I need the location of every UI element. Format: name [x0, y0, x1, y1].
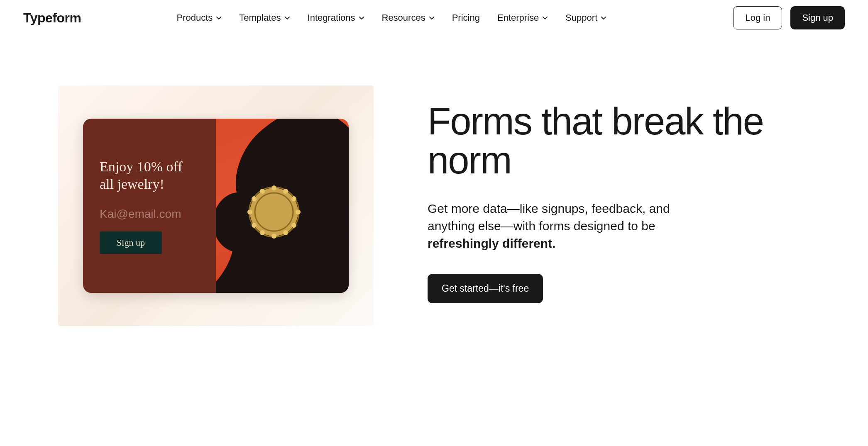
hero-illustration: Enjoy 10% off all jewelry! Kai@email.com…	[58, 85, 374, 326]
nav-label: Resources	[382, 12, 425, 23]
svg-point-9	[271, 234, 276, 239]
hero-section: Enjoy 10% off all jewelry! Kai@email.com…	[0, 36, 868, 326]
svg-point-11	[252, 223, 257, 228]
example-card-title: Enjoy 10% off all jewelry!	[100, 158, 199, 193]
hero-subtitle-bold: refreshingly different.	[428, 236, 555, 250]
svg-point-0	[250, 188, 298, 236]
nav-label: Enterprise	[497, 12, 539, 23]
example-email-placeholder: Kai@email.com	[100, 207, 199, 221]
hero-copy: Forms that break the norm Get more data—…	[428, 85, 810, 303]
nav-label: Support	[565, 12, 597, 23]
nav-label: Integrations	[308, 12, 355, 23]
example-card-left: Enjoy 10% off all jewelry! Kai@email.com…	[83, 119, 216, 293]
auth-buttons: Log in Sign up	[733, 6, 845, 29]
nav-templates[interactable]: Templates	[239, 12, 290, 23]
chevron-down-icon	[542, 15, 548, 21]
svg-point-6	[296, 210, 301, 214]
primary-nav: Products Templates Integrations Resource…	[176, 12, 606, 23]
nav-integrations[interactable]: Integrations	[308, 12, 364, 23]
nav-support[interactable]: Support	[565, 12, 606, 23]
hero-subtitle: Get more data—like signups, feedback, an…	[428, 200, 693, 252]
svg-point-12	[247, 210, 252, 214]
svg-point-10	[260, 230, 265, 235]
svg-point-5	[291, 196, 296, 201]
chevron-down-icon	[359, 15, 364, 21]
site-header: Typeform Products Templates Integrations…	[0, 0, 868, 36]
svg-point-7	[291, 223, 296, 228]
chevron-down-icon	[601, 15, 606, 21]
nav-label: Pricing	[452, 12, 480, 23]
hero-subtitle-text: Get more data—like signups, feedback, an…	[428, 202, 670, 233]
example-card-image	[216, 119, 349, 293]
svg-point-13	[252, 196, 257, 201]
example-signup-button: Sign up	[100, 232, 162, 254]
person-silhouette-icon	[216, 119, 349, 293]
chevron-down-icon	[284, 15, 290, 21]
signup-button[interactable]: Sign up	[790, 6, 845, 29]
hero-title: Forms that break the norm	[428, 102, 810, 180]
nav-enterprise[interactable]: Enterprise	[497, 12, 548, 23]
example-form-card: Enjoy 10% off all jewelry! Kai@email.com…	[83, 119, 349, 293]
nav-resources[interactable]: Resources	[382, 12, 435, 23]
svg-point-4	[283, 189, 288, 194]
nav-pricing[interactable]: Pricing	[452, 12, 480, 23]
logo[interactable]: Typeform	[23, 10, 81, 26]
nav-label: Products	[176, 12, 213, 23]
nav-products[interactable]: Products	[176, 12, 222, 23]
chevron-down-icon	[216, 15, 222, 21]
get-started-button[interactable]: Get started—it's free	[428, 274, 543, 303]
svg-point-3	[271, 185, 276, 190]
login-button[interactable]: Log in	[733, 6, 782, 29]
svg-point-8	[283, 230, 288, 235]
chevron-down-icon	[429, 15, 435, 21]
svg-point-14	[260, 189, 265, 194]
nav-label: Templates	[239, 12, 281, 23]
